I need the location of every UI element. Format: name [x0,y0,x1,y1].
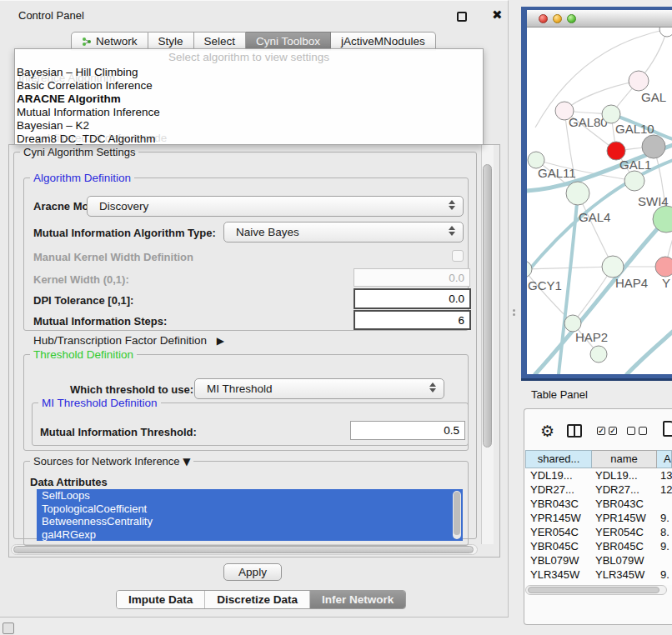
table-row[interactable]: YLR345WYLR345W9. [525,568,672,582]
table-cell: YBR043C [530,497,579,511]
column-header-clipped[interactable]: A [657,450,672,468]
network-node[interactable] [590,346,607,362]
traffic-light-minimize-icon[interactable] [553,14,562,23]
column-header-name[interactable]: name [592,450,657,468]
expand-arrow-icon[interactable]: ▼ [183,456,190,468]
network-node-label: GAL [641,90,666,104]
vertical-scrollbar-thumb[interactable] [483,164,492,448]
collapsed-panel-icon[interactable] [3,622,14,634]
columns-icon[interactable] [567,424,582,438]
network-node[interactable] [624,171,644,191]
table-row[interactable]: YBL079WYBL079W [525,553,672,568]
tab-infer-network[interactable]: Infer Network [309,591,405,608]
tab-discretize-data[interactable]: Discretize Data [204,591,309,608]
close-icon[interactable]: ✖ [492,8,503,22]
tab-label: Network [96,35,138,48]
network-node-label: GAL10 [615,122,654,136]
table-horizontal-scrollbar[interactable] [525,585,667,595]
select-all-checked-icon[interactable]: ✓ [609,427,617,435]
stepper-icon [429,382,436,392]
algorithm-option[interactable]: Basic Correlation Inference [15,79,483,92]
select-all-checked-icon[interactable]: ✓ [597,427,605,435]
attribute-list-scrollbar[interactable] [453,491,461,539]
apply-button[interactable]: Apply [223,563,282,581]
aracne-mode-select[interactable]: Discovery [87,196,464,217]
network-window-titlebar[interactable] [527,10,672,28]
table-cell: YBR045C [530,539,579,553]
network-graph: GALGAL80GAL10GAL1GAL11GAL4SWI4GCY1HAP4YH… [527,28,672,374]
attribute-list-item[interactable]: SelfLoops [37,489,463,502]
network-node-label: SWI4 [638,194,669,208]
algorithm-option[interactable]: Dream8 DC_TDC Algorithm [15,132,483,146]
hub-section-toggle[interactable]: Hub/Transcription Factor Definition ▶ [33,334,224,347]
mi-threshold-legend: MI Threshold Definition [38,397,161,409]
network-node[interactable] [602,256,624,278]
algorithm-option[interactable]: Bayesian – Hill Climbing [15,66,483,79]
gear-icon[interactable]: ⚙ [540,422,554,440]
network-node-label: GAL1 [619,158,651,172]
table-cell: YBR043C [595,497,644,511]
which-threshold-value: MI Threshold [207,382,273,395]
file-export-icon[interactable] [663,421,672,437]
network-node[interactable] [642,135,665,158]
algorithm-option[interactable]: Bayesian – K2 [15,119,483,132]
data-attributes-list[interactable]: SelfLoopsTopologicalCoefficientBetweenne… [37,489,463,541]
which-threshold-select[interactable]: MI Threshold [194,378,444,399]
control-panel-window: Control Panel ✖ Network Style Select Cyn… [0,0,509,618]
network-node[interactable] [659,28,672,37]
sources-legend[interactable]: Sources for Network Inference ▼ [30,455,193,468]
deselect-all-icon[interactable] [627,427,635,435]
network-node[interactable] [655,257,672,277]
attribute-list-item[interactable]: BetweennessCentrality [37,515,463,528]
float-window-icon[interactable] [457,12,467,22]
tab-impute-data[interactable]: Impute Data [117,591,204,608]
network-node[interactable] [602,105,620,123]
manual-kernel-width-label: Manual Kernel Width Definition [33,251,193,263]
data-attributes-label: Data Attributes [30,476,108,488]
table-cell: YDR27... [595,482,639,497]
panel-divider-grip[interactable] [513,308,517,317]
attribute-list-scrollbar-thumb[interactable] [454,492,460,535]
table-cell: YPR145W [595,511,646,525]
mi-algorithm-type-select[interactable]: Naive Bayes [223,222,464,242]
kernel-width-label: Kernel Width (0,1): [33,273,129,286]
table-horizontal-scrollbar-thumb[interactable] [528,587,659,593]
network-node-label: GAL11 [538,166,576,180]
table-cell: YDL19... [595,468,638,482]
table-row[interactable]: YBR043CYBR043C [525,497,672,511]
table-rows[interactable]: YDL19...YDL19...13YDR27...YDR27...12YBR0… [525,468,672,585]
table-row[interactable]: YPR145WYPR145W9. [525,511,672,525]
algorithm-definition-legend: Algorithm Definition [30,172,134,184]
bottom-tabbar: Impute Data Discretize Data Infer Networ… [116,590,406,609]
network-node[interactable] [566,182,589,205]
algorithm-option[interactable]: Mutual Information Inference [15,106,483,119]
network-node[interactable] [564,315,581,332]
network-edges [527,29,672,354]
table-row[interactable]: YER054CYER054C8. [525,525,672,539]
table-row[interactable]: YDL19...YDL19...13 [525,468,672,482]
table-row[interactable]: YDR27...YDR27...12 [525,482,672,497]
deselect-all-icon[interactable] [639,427,647,435]
mi-algorithm-type-value: Naive Bayes [236,226,299,238]
traffic-light-zoom-icon[interactable] [567,14,576,23]
manual-kernel-width-checkbox[interactable] [452,250,464,262]
dpi-tolerance-field[interactable]: 0.0 [354,288,471,309]
network-view-window: GALGAL80GAL10GAL1GAL11GAL4SWI4GCY1HAP4YH… [521,7,672,381]
attribute-list-item[interactable]: TopologicalCoefficient [37,502,463,516]
attribute-list-item[interactable]: gal4RGexp [37,528,463,542]
dpi-tolerance-label: DPI Tolerance [0,1]: [33,294,133,307]
column-header-shared-name[interactable]: shared... [525,450,592,468]
network-canvas[interactable]: GALGAL80GAL10GAL1GAL11GAL4SWI4GCY1HAP4YH… [527,28,672,374]
table-cell: YDL19... [530,468,573,482]
algorithm-option-highlighted[interactable]: ARACNE Algorithm [15,92,483,106]
mi-steps-field[interactable]: 6 [354,310,471,330]
network-node[interactable] [527,261,532,278]
traffic-light-close-icon[interactable] [539,14,548,23]
table-cell: YBL079W [595,553,644,568]
horizontal-scrollbar-thumb[interactable] [13,546,474,553]
network-node[interactable] [629,71,649,91]
table-row[interactable]: YBR045CYBR045C9. [525,539,672,553]
collapse-arrow-icon[interactable]: ▶ [217,335,224,347]
kernel-width-field[interactable]: 0.0 [354,268,470,287]
mi-threshold-field[interactable]: 0.5 [350,421,465,440]
